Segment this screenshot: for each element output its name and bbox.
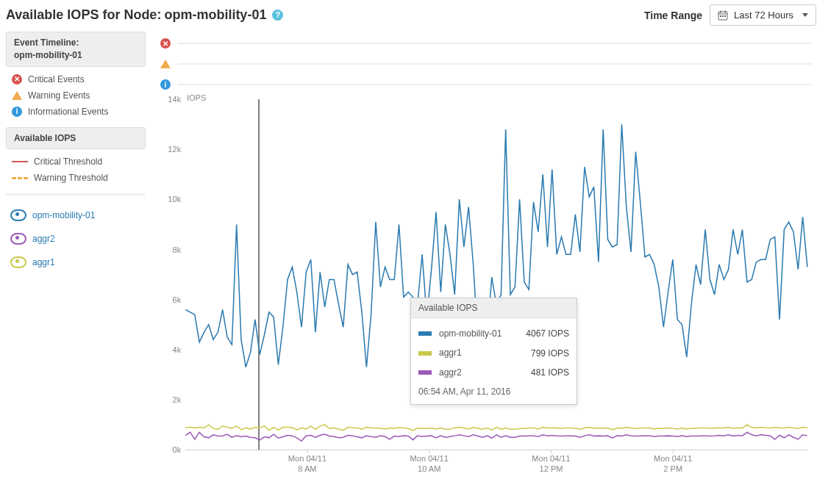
tooltip-series-name: aggr1	[439, 348, 524, 358]
event-timeline-tracks: ✕ i	[160, 32, 822, 95]
series-item-opm-mobility-01[interactable]: opm-mobility-01	[6, 204, 146, 227]
warning-threshold-swatch	[12, 177, 28, 179]
series-item-aggr2[interactable]: aggr2	[6, 227, 146, 251]
svg-text:0k: 0k	[173, 445, 182, 454]
svg-text:10k: 10k	[168, 195, 181, 204]
tooltip-series-value: 799 IOPS	[531, 348, 569, 359]
event-timeline-label: Event Timeline:	[14, 37, 138, 49]
critical-threshold-swatch	[12, 161, 28, 162]
info-icon: i	[12, 107, 22, 117]
series-link[interactable]: aggr2	[32, 234, 55, 244]
separator	[6, 193, 146, 196]
legend-label: Warning Threshold	[34, 173, 108, 183]
calendar-icon	[718, 10, 728, 21]
info-icon: i	[160, 79, 171, 90]
tooltip-row: aggr2 481 IOPS	[418, 363, 569, 382]
legend-critical-threshold: Critical Threshold	[6, 154, 146, 170]
event-track-critical[interactable]: ✕	[160, 33, 822, 54]
legend-label: Critical Threshold	[34, 156, 102, 167]
tooltip-timestamp: 06:54 AM, Apr 11, 2016	[418, 382, 569, 397]
svg-text:6k: 6k	[173, 295, 182, 304]
eye-icon	[10, 233, 26, 245]
svg-text:2 PM: 2 PM	[663, 464, 682, 473]
chart[interactable]: IOPS 0k2k4k6k8k10k12k14kMon 04/118 AMMon…	[160, 95, 812, 477]
threshold-legend: Critical Threshold Warning Threshold	[6, 154, 146, 186]
warning-icon	[12, 91, 22, 100]
eye-icon	[10, 256, 26, 268]
chevron-down-icon	[802, 13, 808, 17]
time-range-value: Last 72 Hours	[734, 10, 793, 21]
warning-icon	[160, 60, 171, 68]
event-legend: ✕ Critical Events Warning Events i Infor…	[6, 71, 146, 120]
time-range-dropdown[interactable]: Last 72 Hours	[710, 4, 816, 26]
sidebar: Event Timeline: opm-mobility-01 ✕ Critic…	[6, 32, 146, 477]
legend-label: Informational Events	[28, 107, 108, 117]
page-header: Available IOPS for Node: opm-mobility-01…	[6, 3, 822, 32]
svg-text:Mon 04/11: Mon 04/11	[288, 454, 326, 463]
svg-rect-3	[725, 10, 727, 12]
legend-label: Critical Events	[28, 74, 85, 84]
help-icon[interactable]: ?	[272, 10, 283, 21]
time-range-label: Time Range	[644, 10, 702, 21]
svg-text:8 AM: 8 AM	[298, 464, 316, 473]
page-title-prefix: Available IOPS for Node:	[6, 7, 161, 23]
svg-text:2k: 2k	[173, 395, 182, 404]
svg-rect-4	[720, 15, 721, 17]
legend-warning-threshold: Warning Threshold	[6, 170, 146, 186]
svg-text:12k: 12k	[168, 145, 181, 154]
chart-area: ✕ i IOPS 0k2k4k6k8k10k12k14kMon 04/118 A…	[146, 32, 822, 477]
svg-rect-5	[722, 15, 724, 17]
available-iops-panel: Available IOPS	[6, 127, 146, 150]
svg-text:4k: 4k	[173, 345, 182, 354]
legend-warning-events: Warning Events	[6, 87, 146, 104]
track	[178, 84, 812, 86]
event-track-info[interactable]: i	[160, 74, 822, 95]
tooltip-swatch	[418, 370, 432, 375]
event-track-warning[interactable]	[160, 54, 822, 74]
track	[178, 63, 812, 65]
eye-icon	[10, 209, 26, 221]
svg-text:10 AM: 10 AM	[418, 464, 440, 473]
critical-icon: ✕	[160, 38, 171, 48]
tooltip-swatch	[418, 331, 432, 336]
svg-text:Mon 04/11: Mon 04/11	[654, 454, 692, 463]
event-timeline-panel: Event Timeline: opm-mobility-01	[6, 32, 146, 67]
track	[178, 43, 812, 45]
svg-text:8k: 8k	[173, 245, 182, 254]
svg-text:14k: 14k	[168, 95, 181, 104]
chart-tooltip: Available IOPS opm-mobility-01 4067 IOPS…	[410, 298, 577, 405]
tooltip-series-value: 4067 IOPS	[526, 328, 569, 339]
tooltip-series-value: 481 IOPS	[531, 367, 569, 378]
series-legend: opm-mobility-01 aggr2 aggr1	[6, 204, 146, 274]
event-timeline-target: opm-mobility-01	[14, 49, 138, 62]
series-item-aggr1[interactable]: aggr1	[6, 251, 146, 274]
tooltip-title: Available IOPS	[411, 298, 577, 318]
legend-critical-events: ✕ Critical Events	[6, 71, 146, 87]
tooltip-swatch	[418, 351, 432, 356]
critical-icon: ✕	[12, 74, 22, 84]
tooltip-series-name: opm-mobility-01	[439, 328, 518, 339]
svg-rect-6	[724, 15, 726, 17]
tooltip-row: opm-mobility-01 4067 IOPS	[418, 324, 569, 343]
series-link[interactable]: aggr1	[32, 257, 55, 267]
legend-info-events: i Informational Events	[6, 104, 146, 120]
tooltip-row: aggr1 799 IOPS	[418, 343, 569, 362]
svg-rect-2	[720, 10, 721, 12]
series-link[interactable]: opm-mobility-01	[32, 210, 95, 220]
tooltip-series-name: aggr2	[439, 367, 524, 378]
legend-label: Warning Events	[28, 90, 90, 101]
svg-text:Mon 04/11: Mon 04/11	[532, 454, 570, 463]
svg-text:Mon 04/11: Mon 04/11	[410, 454, 449, 463]
svg-text:12 PM: 12 PM	[540, 464, 563, 473]
page-title-node: opm-mobility-01	[164, 7, 266, 23]
